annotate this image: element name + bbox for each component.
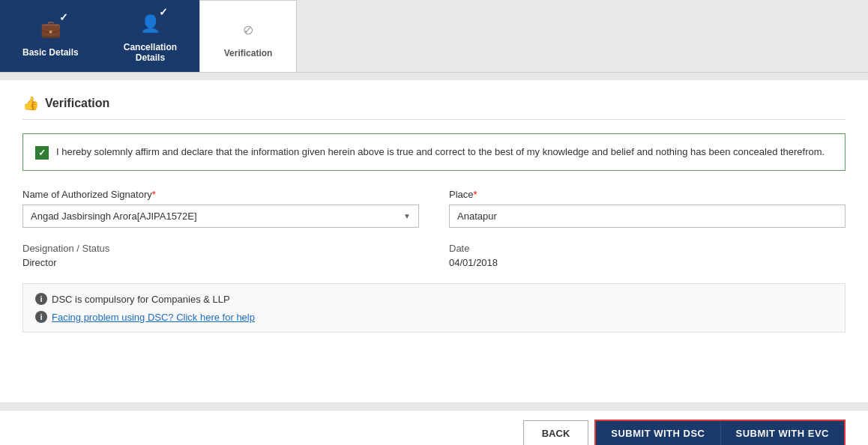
declaration-checkbox[interactable]: ✓	[35, 146, 49, 160]
authorized-signatory-select-inner[interactable]: Angad Jasbirsingh Arora[AJIPA1572E] ▼	[23, 205, 418, 227]
cancellation-details-label: CancellationDetails	[124, 42, 177, 63]
basic-details-icon-wrap: 💼 ✓	[35, 14, 65, 44]
main-content: 👍 Verification ✓ I hereby solemnly affir…	[0, 80, 868, 402]
dsc-link-icon: i	[35, 311, 47, 323]
place-label: Place*	[449, 189, 846, 200]
date-label: Date	[449, 243, 846, 254]
wizard-step-verification[interactable]: ○ ✓ Verification	[199, 0, 297, 72]
designation-status-label: Designation / Status	[22, 243, 419, 254]
place-input[interactable]	[449, 205, 846, 228]
date-group: Date 04/01/2018	[449, 243, 846, 268]
checkbox-check: ✓	[38, 148, 46, 158]
verification-icon-wrap: ○ ✓	[233, 15, 263, 45]
verification-check-overlay: ✓	[244, 24, 253, 36]
basic-details-label: Basic Details	[22, 47, 79, 58]
dsc-info-icon: i	[35, 293, 47, 305]
dsc-info: i DSC is compulsory for Companies & LLP	[35, 293, 833, 305]
basic-details-check: ✓	[59, 11, 68, 23]
submit-group: SUBMIT WITH DSC SUBMIT WITH EVC	[594, 420, 846, 445]
wizard-bar: 💼 ✓ Basic Details 👤 ✓ CancellationDetail…	[0, 0, 868, 73]
declaration-box: ✓ I hereby solemnly affirm and declare t…	[22, 133, 846, 171]
authorized-signatory-group: Name of Authorized Signatory* Angad Jasb…	[22, 189, 419, 228]
thumbs-up-icon: 👍	[22, 95, 39, 112]
dsc-section: i DSC is compulsory for Companies & LLP …	[22, 283, 846, 333]
select-dropdown-arrow: ▼	[403, 212, 411, 220]
back-button[interactable]: BACK	[523, 420, 589, 445]
dsc-info-text: DSC is compulsory for Companies & LLP	[52, 294, 230, 305]
footer-bar: BACK SUBMIT WITH DSC SUBMIT WITH EVC	[0, 410, 868, 445]
verification-label: Verification	[224, 48, 273, 58]
wizard-step-cancellation-details[interactable]: 👤 ✓ CancellationDetails	[101, 0, 199, 72]
place-group: Place*	[449, 189, 846, 228]
cancellation-icon-wrap: 👤 ✓	[135, 9, 165, 39]
authorized-signatory-select[interactable]: Angad Jasbirsingh Arora[AJIPA1572E] ▼	[22, 205, 419, 228]
section-title: 👍 Verification	[22, 95, 846, 120]
authorized-signatory-label: Name of Authorized Signatory*	[22, 189, 419, 200]
submit-evc-button[interactable]: SUBMIT WITH EVC	[721, 421, 845, 445]
info-row-designation-date: Designation / Status Director Date 04/01…	[22, 243, 846, 268]
date-value: 04/01/2018	[449, 257, 846, 268]
submit-dsc-button[interactable]: SUBMIT WITH DSC	[596, 421, 720, 445]
place-required-star: *	[474, 189, 477, 200]
wizard-step-basic-details[interactable]: 💼 ✓ Basic Details	[0, 0, 101, 72]
dsc-link-text: Facing problem using DSC? Click here for…	[52, 312, 255, 323]
briefcase-icon: 💼	[40, 19, 61, 39]
authorized-signatory-value: Angad Jasbirsingh Arora[AJIPA1572E]	[31, 211, 197, 222]
section-title-text: Verification	[45, 97, 109, 110]
dsc-help-link[interactable]: i Facing problem using DSC? Click here f…	[35, 311, 833, 323]
person-icon: 👤	[140, 14, 160, 34]
cancellation-check: ✓	[159, 6, 168, 18]
designation-group: Designation / Status Director	[22, 243, 419, 268]
signatory-required-star: *	[152, 189, 156, 200]
form-row-signatory-place: Name of Authorized Signatory* Angad Jasb…	[22, 189, 846, 228]
designation-value: Director	[22, 257, 419, 268]
declaration-text: I hereby solemnly affirm and declare tha…	[56, 145, 825, 160]
